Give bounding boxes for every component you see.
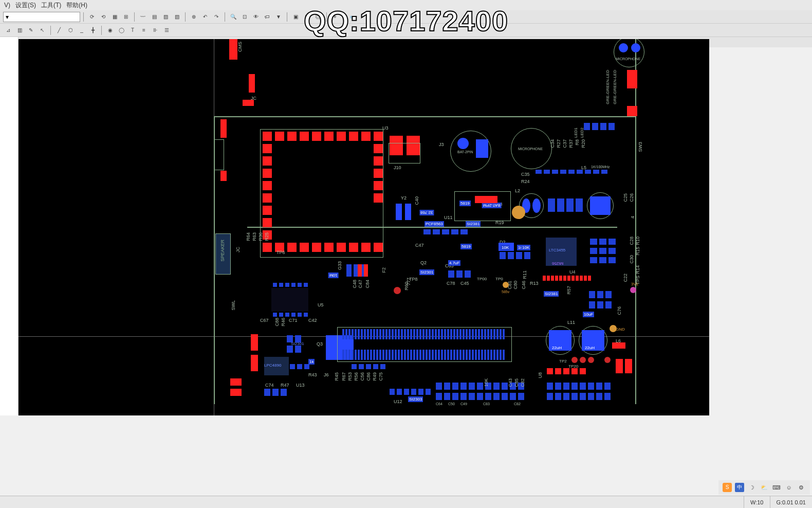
line-icon[interactable]: ╱ <box>54 25 64 35</box>
image-icon[interactable]: ▣ <box>290 12 301 22</box>
mid-caps <box>346 264 352 277</box>
keyboard-icon[interactable]: ⌨ <box>772 483 781 492</box>
label-tp2: TP2 <box>559 359 567 364</box>
label-c76: C76 <box>617 306 622 315</box>
grid-icon[interactable]: ▦ <box>109 12 120 22</box>
poly-icon[interactable]: ⬡ <box>65 25 76 35</box>
label-swl: SWL <box>231 300 236 311</box>
gnd-dot <box>610 325 617 332</box>
pad-mic2 <box>631 43 640 52</box>
ann-10k2: 10K <box>521 245 530 250</box>
label-r14: R14 <box>635 265 640 274</box>
eye-icon[interactable]: 👁 <box>251 12 261 22</box>
bot-left-pad <box>230 378 242 386</box>
d3-pad <box>475 196 497 203</box>
layers-icon[interactable]: ▤ <box>149 12 159 22</box>
hatch-icon[interactable]: ▧ <box>172 12 182 22</box>
label-r19: R19 <box>495 220 504 225</box>
menu-tools[interactable]: 工具(T) <box>41 1 61 10</box>
label-c50: C50 <box>448 402 455 406</box>
undo-icon[interactable]: ↶ <box>200 12 210 22</box>
label-c40: C40 <box>414 196 419 205</box>
ltc-pads <box>543 276 546 281</box>
comp-array-led <box>584 123 590 130</box>
zoom-icon[interactable]: 🔍 <box>228 12 238 22</box>
label-q3: Q3 <box>317 341 323 347</box>
label-greenled2: GRE-GREEN-LED <box>613 70 617 104</box>
pcb-canvas[interactable]: CMS JC MICROPHONE GRE-GREEN-LED GRE-GREE… <box>19 39 709 415</box>
palette-icon[interactable]: ▨ <box>160 12 171 22</box>
layer-selector[interactable]: ▾ <box>3 12 80 22</box>
label-r64: R64 <box>246 232 251 241</box>
select-icon[interactable]: ◫ <box>302 12 312 22</box>
label-c30: C30 <box>629 255 634 264</box>
label-c74: C74 <box>265 383 274 388</box>
comp-array-1 <box>536 170 542 174</box>
via-icon[interactable]: ◉ <box>105 25 115 35</box>
emoji-icon[interactable]: ☺ <box>784 483 793 492</box>
wave-icon[interactable]: 〰 <box>138 12 148 22</box>
pointer-icon[interactable]: ↖ <box>37 25 47 35</box>
tp-pads <box>547 368 553 374</box>
conn-center <box>337 327 512 362</box>
probe-icon[interactable]: ✎ <box>26 25 36 35</box>
ann-327: 32.768 <box>419 210 434 215</box>
zoom-area-icon[interactable]: ⊡ <box>239 12 250 22</box>
ann-47uf: 4.7uF <box>448 260 460 266</box>
target-icon[interactable]: ⊕ <box>189 12 199 22</box>
status-width: W:10 <box>744 496 769 509</box>
menu-view[interactable]: V) <box>4 2 10 9</box>
refresh-icon[interactable]: ⟳ <box>87 12 97 22</box>
label-r57: R57 <box>566 286 571 295</box>
dist-icon[interactable]: ⊪ <box>150 25 160 35</box>
ann-1k: 1k <box>308 359 315 365</box>
label-10l: 10K <box>484 378 489 387</box>
filter-icon[interactable]: ▼ <box>273 12 284 22</box>
label-r47: R47 <box>281 383 289 388</box>
label-c80: C80 <box>513 281 518 289</box>
redo-icon[interactable]: ↷ <box>211 12 222 22</box>
ime-icon[interactable]: 中 <box>735 483 744 492</box>
route-icon[interactable]: ⎯ <box>77 25 87 35</box>
edge-l-frame <box>214 139 224 170</box>
pad-cms-2 <box>229 39 237 60</box>
tag-icon[interactable]: 🏷 <box>262 12 272 22</box>
pad-mic1 <box>619 43 628 52</box>
reticle-icon[interactable]: ⌖ <box>330 12 340 22</box>
label-c43: C43 <box>508 378 513 387</box>
text-icon[interactable]: T <box>127 25 138 35</box>
pad-icon[interactable]: ◯ <box>116 25 126 35</box>
label-c34: C34 <box>550 139 555 148</box>
snap-icon[interactable]: ⊞ <box>121 12 131 22</box>
route2-icon[interactable]: ╋ <box>88 25 98 35</box>
ruler-icon[interactable]: ⊿ <box>3 25 13 35</box>
label-c82: C82 <box>520 378 525 387</box>
comp-microphone-top <box>614 39 644 67</box>
mid-10k <box>500 252 506 259</box>
moon-icon[interactable]: ☽ <box>747 483 756 492</box>
screen-icon[interactable]: ▭ <box>347 12 357 22</box>
weather-icon[interactable]: ⛅ <box>760 483 769 492</box>
q3-pads <box>287 335 293 342</box>
label-c82b: C82 <box>514 402 521 406</box>
measure-icon[interactable]: ▥ <box>14 25 25 35</box>
label-777: 777 <box>406 278 411 285</box>
sogou-icon[interactable]: S <box>723 483 732 492</box>
copy-icon[interactable]: ⿻ <box>313 12 323 22</box>
align-icon[interactable]: ≡ <box>139 25 149 35</box>
label-microphone: MICROPHONE <box>518 147 543 151</box>
l6-pad <box>612 342 625 349</box>
ann-si2381: SI2381 <box>466 221 481 227</box>
menu-help[interactable]: 帮助(H) <box>66 1 87 10</box>
label-l5: L5 <box>581 165 586 170</box>
label-c56: C56 <box>360 372 365 381</box>
sync-icon[interactable]: ⟲ <box>98 12 108 22</box>
tp8-via <box>394 287 401 294</box>
y2-pad1 <box>396 204 402 220</box>
label-r13: R13 <box>530 281 539 286</box>
list-icon[interactable]: ☰ <box>161 25 172 35</box>
menu-settings[interactable]: 设置(S) <box>15 1 36 10</box>
label-f2: F2 <box>381 267 386 273</box>
settings-icon[interactable]: ⚙ <box>797 483 806 492</box>
u11-pads <box>423 229 431 234</box>
